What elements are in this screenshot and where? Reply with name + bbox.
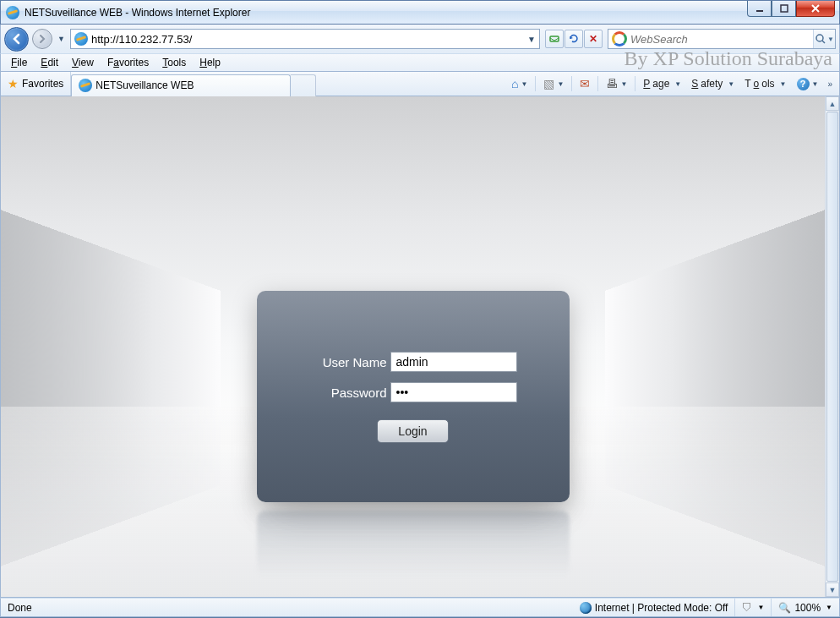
window-titlebar: NETSuveillance WEB - Windows Internet Ex… <box>0 0 840 25</box>
menu-file[interactable]: File <box>4 55 34 70</box>
help-icon: ? <box>797 78 810 90</box>
security-zone[interactable]: Internet | Protected Mode: Off <box>573 599 736 616</box>
overflow-chevron[interactable]: » <box>824 79 836 89</box>
tab-icon <box>79 79 92 92</box>
menu-edit[interactable]: Edit <box>34 55 65 70</box>
menu-favorites[interactable]: Favorites <box>101 55 155 70</box>
zoom-value: 100% <box>794 602 821 614</box>
home-button[interactable]: ⌂▼ <box>507 75 532 92</box>
command-bar: ★ Favorites NETSuveillance WEB ⌂▼ ▧▼ ✉ 🖶… <box>0 72 840 96</box>
compat-icon <box>548 33 560 45</box>
zoom-control[interactable]: 🔍 100% ▼ <box>772 599 839 616</box>
stop-button[interactable]: ✕ <box>584 30 603 48</box>
compat-view-button[interactable] <box>545 30 564 48</box>
nav-history-dropdown[interactable]: ▼ <box>56 35 67 43</box>
menu-view[interactable]: View <box>65 55 101 70</box>
menu-help[interactable]: Help <box>193 55 227 70</box>
star-icon: ★ <box>8 77 19 90</box>
mail-icon: ✉ <box>580 77 590 90</box>
username-label: User Name <box>309 355 387 369</box>
maximize-button[interactable] <box>772 1 796 17</box>
scroll-down-button[interactable]: ▼ <box>826 582 839 597</box>
address-bar: ▼ <box>70 29 540 49</box>
password-label: Password <box>309 386 387 400</box>
rss-icon: ▧ <box>543 77 554 90</box>
globe-icon <box>580 602 592 614</box>
close-button[interactable] <box>796 1 835 17</box>
help-button[interactable]: ?▼ <box>793 76 823 92</box>
favorites-label: Favorites <box>22 78 63 90</box>
login-button[interactable]: Login <box>377 419 448 443</box>
login-panel: User Name Password Login <box>257 291 570 502</box>
svg-rect-1 <box>781 5 788 12</box>
shield-icon: ⛉ <box>742 602 752 614</box>
zone-label: Internet | Protected Mode: Off <box>595 602 728 614</box>
home-icon: ⌂ <box>511 77 518 90</box>
arrow-left-icon <box>11 33 23 45</box>
scroll-up-button[interactable]: ▲ <box>826 96 839 111</box>
search-provider-icon <box>612 31 627 46</box>
search-bar: ▼ <box>608 29 836 49</box>
tab-title: NETSuveillance WEB <box>95 79 194 91</box>
browser-tab[interactable]: NETSuveillance WEB <box>71 74 291 96</box>
forward-button[interactable] <box>32 29 52 49</box>
address-dropdown[interactable]: ▼ <box>524 35 539 44</box>
refresh-button[interactable] <box>565 30 583 48</box>
password-input[interactable] <box>390 382 517 402</box>
scroll-thumb[interactable] <box>826 112 838 582</box>
window-title: NETSuveillance WEB - Windows Internet Ex… <box>25 7 250 19</box>
search-input[interactable] <box>630 33 813 46</box>
username-input[interactable] <box>390 352 517 372</box>
back-button[interactable] <box>4 27 29 52</box>
read-mail-button[interactable]: ✉ <box>575 75 594 92</box>
status-text: Done <box>1 599 39 616</box>
zoom-icon: 🔍 <box>778 602 791 614</box>
ie-icon <box>6 6 19 19</box>
tools-menu[interactable]: Tools▼ <box>740 76 790 91</box>
menu-bar: File Edit View Favorites Tools Help By X… <box>0 53 840 72</box>
search-button[interactable]: ▼ <box>813 30 835 48</box>
address-input[interactable] <box>91 33 524 46</box>
minimize-button[interactable] <box>747 1 772 17</box>
protected-mode-toggle[interactable]: ⛉▼ <box>735 599 772 616</box>
safety-menu[interactable]: Safety▼ <box>687 76 739 91</box>
content-area: User Name Password Login ▲ ▼ <box>0 96 840 598</box>
print-button[interactable]: 🖶▼ <box>602 75 631 92</box>
favorites-button[interactable]: ★ Favorites <box>1 72 71 96</box>
status-bar: Done Internet | Protected Mode: Off ⛉▼ 🔍… <box>0 598 840 617</box>
feeds-button[interactable]: ▧▼ <box>539 75 568 92</box>
stop-icon: ✕ <box>589 33 597 45</box>
printer-icon: 🖶 <box>606 77 618 90</box>
new-tab-button[interactable] <box>291 74 316 96</box>
vertical-scrollbar[interactable]: ▲ ▼ <box>825 96 839 597</box>
refresh-icon <box>568 33 580 45</box>
magnifier-icon <box>815 33 826 45</box>
page-menu[interactable]: Page▼ <box>639 76 685 91</box>
navigation-bar: ▼ ▼ ✕ ▼ <box>0 25 840 53</box>
page-icon <box>74 32 88 46</box>
menu-tools[interactable]: Tools <box>155 55 193 70</box>
svg-rect-0 <box>756 10 763 12</box>
arrow-right-icon <box>37 34 47 44</box>
svg-point-3 <box>816 35 823 41</box>
